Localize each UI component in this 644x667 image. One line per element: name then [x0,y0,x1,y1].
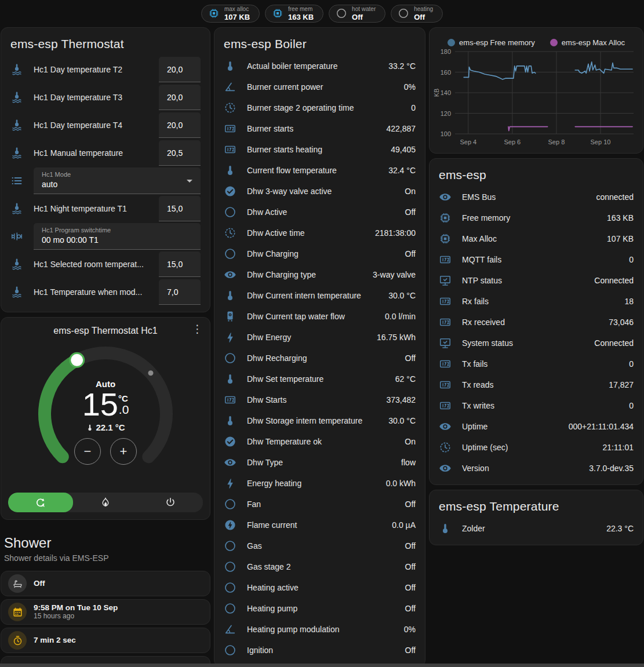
thermostat-dial[interactable]: Auto 15 °C .0 22.1 °C − + [30,338,181,488]
entity-row[interactable]: Actual boiler temperature33.2 °C [214,56,425,76]
field-label: Hc1 Mode [42,171,194,178]
entity-row[interactable]: IgnitionOff [214,640,425,661]
mode-auto-button[interactable] [8,493,73,512]
entity-row[interactable]: Tx fails0 [430,353,643,374]
entity-row[interactable]: Zolder22.3 °C [430,518,643,539]
mode-off-button[interactable] [138,493,203,512]
entity-row[interactable]: Burner starts heating49,405 [214,139,425,160]
entity-value: 22.3 °C [606,524,634,533]
water-boiler-icon [224,310,247,323]
check-circle-icon [224,185,247,198]
entity-row[interactable]: NTP statusConnected [430,270,643,291]
entity-row[interactable]: Dhw Energy16.75 kWh [214,327,425,348]
clock-icon [439,441,462,454]
entity-row[interactable]: Version3.7.0-dev.35 [430,458,643,479]
entity-row[interactable]: Heating pumpOff [214,598,425,619]
entity-row[interactable]: Dhw ActiveOff [214,202,425,223]
entity-row[interactable]: Dhw Current intern temperature30.0 °C [214,285,425,306]
mode-heat-button[interactable] [73,493,138,512]
legend-free-memory[interactable]: ems-esp Free memory [447,38,535,47]
entity-row[interactable]: Rx fails18 [430,291,643,312]
entity-row[interactable]: Dhw Charging type3-way valve [214,264,425,285]
entity-row[interactable]: Dhw 3-way valve activeOn [214,181,425,202]
more-options-button[interactable]: ⋮ [192,323,203,334]
monitor-check-icon [439,337,462,349]
tile-title: 7 min 2 sec [34,636,76,645]
shower-last-time-tile[interactable]: 9:58 PM on Tue 10 Sep 15 hours ago [1,599,210,625]
entity-row[interactable]: Dhw Active time2181:38:00 [214,223,425,243]
entity-row[interactable]: GasOff [214,535,425,556]
entity-row[interactable]: Rx received73,046 [430,312,643,333]
circle-icon [224,206,247,218]
horizontal-scrollbar[interactable] [0,664,644,667]
entity-row[interactable]: Gas stage 2Off [214,556,425,577]
badge-free-mem[interactable]: free mem 163 KB [265,5,323,23]
decrease-temp-button[interactable]: − [74,438,101,465]
middle-column: ems-esp Boiler Actual boiler temperature… [214,27,425,667]
entity-row[interactable]: MQTT fails0 [430,249,643,270]
clock-icon [224,101,247,114]
entity-row[interactable]: Burner current power0% [214,76,425,97]
thermometer-icon [86,424,94,432]
entity-row[interactable]: Burner starts422,887 [214,118,425,139]
entity-row[interactable]: System statusConnected [430,333,643,353]
shower-state-tile[interactable]: Off [1,571,210,596]
badge-heating[interactable]: heating Off [391,5,443,23]
number-input[interactable]: 15,0 [159,252,201,277]
valve-icon [10,230,34,243]
emsesp-card: ems-esp EMS BusconnectedFree memory163 K… [429,158,643,485]
badge-hot-water[interactable]: hot water Off [329,5,385,23]
entity-value: 107 KB [607,234,634,243]
entity-row[interactable]: Dhw RechargingOff [214,348,425,369]
memory-line-chart[interactable]: 100120140160180Sep 4Sep 6Sep 8Sep 10KB [432,48,638,151]
entity-row[interactable]: Dhw Set temperature62 °C [214,369,425,389]
entity-name: Tx writes [462,401,629,410]
entity-name: Actual boiler temperature [247,61,388,71]
legend-max-alloc[interactable]: ems-esp Max Alloc [550,38,625,47]
entity-row[interactable]: Heating activeOff [214,577,425,598]
entity-value: On [405,187,416,196]
legend-dot [550,39,558,46]
number-input[interactable]: 15,0 [159,196,201,221]
entity-row[interactable]: Dhw Temperature okOn [214,431,425,452]
thermometer-icon [224,289,247,302]
thermometer-icon [224,373,247,385]
number-input[interactable]: 20,0 [159,85,201,110]
shower-duration-tile[interactable]: 7 min 2 sec [1,628,210,653]
thermometer-water-icon [10,258,34,271]
text-input[interactable]: Hc1 Program switchtime00 mo 00:00 T1 [34,223,201,250]
increase-temp-button[interactable]: + [110,438,137,465]
entity-row[interactable]: Max Alloc107 KB [430,228,643,249]
card-title: ems-esp Thermostat Hc1 [8,323,203,336]
badge-max-alloc[interactable]: max alloc 107 KB [201,5,260,23]
number-input[interactable]: 20,0 [159,112,201,138]
entity-row[interactable]: Uptime000+21:11:01.434 [430,416,643,437]
entity-row[interactable]: Dhw Storage intern temperature30.0 °C [214,410,425,431]
entity-value: 0.0 µA [392,520,416,530]
entity-row[interactable]: Dhw Starts373,482 [214,389,425,410]
number-input[interactable]: 20,0 [159,57,201,82]
entity-row[interactable]: Dhw Current tap water flow0.0 l/min [214,306,425,327]
entity-row[interactable]: EMS Busconnected [430,187,643,207]
entity-value: Off [405,207,416,217]
entity-row[interactable]: Heating pump modulation0% [214,619,425,640]
entity-row[interactable]: Uptime (sec)21:11:01 [430,437,643,458]
entity-row[interactable]: Free memory163 KB [430,207,643,228]
counter-icon [439,253,462,266]
entity-name: Dhw Current intern temperature [247,291,388,300]
entity-row[interactable]: Burner stage 2 operating time0 [214,97,425,118]
entity-row[interactable]: Flame current0.0 µA [214,515,425,535]
entity-row[interactable]: Dhw ChargingOff [214,243,425,264]
number-input[interactable]: 7,0 [159,279,201,305]
entity-row[interactable]: Energy heating0.0 kWh [214,473,425,494]
entity-row[interactable]: Tx writes0 [430,395,643,416]
number-input[interactable]: 20,5 [159,140,201,166]
entity-row[interactable]: Dhw Typeflow [214,452,425,473]
select-input[interactable]: Hc1 Modeauto [34,167,201,194]
entity-name: Rx received [462,318,609,327]
tile-title: Off [34,579,45,588]
entity-row[interactable]: Tx reads17,827 [430,374,643,395]
entity-row[interactable]: FanOff [214,494,425,515]
entity-row[interactable]: Current flow temperature32.4 °C [214,160,425,181]
entity-value: Off [405,646,416,655]
